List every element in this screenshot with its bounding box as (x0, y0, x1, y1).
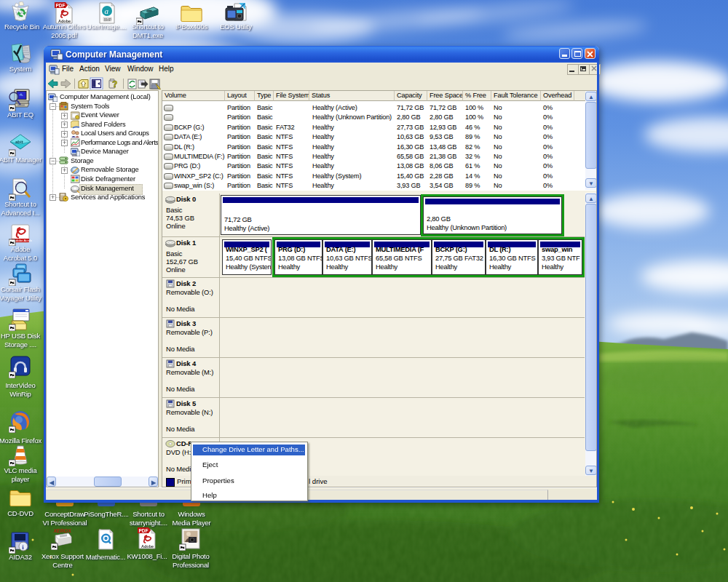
svg-text:XEROX: XEROX (53, 528, 72, 533)
svg-text:PDF: PDF (139, 528, 149, 533)
svg-text:Adobe: Adobe (141, 544, 154, 549)
svg-text:abit: abit (15, 140, 23, 144)
svg-text:PDF: PDF (56, 3, 66, 8)
svg-text:a: a (105, 7, 109, 15)
svg-text:Adobe Acrobat: Adobe Acrobat (14, 239, 32, 242)
svg-text:BMP: BMP (104, 18, 111, 22)
svg-text:?: ? (112, 79, 117, 89)
